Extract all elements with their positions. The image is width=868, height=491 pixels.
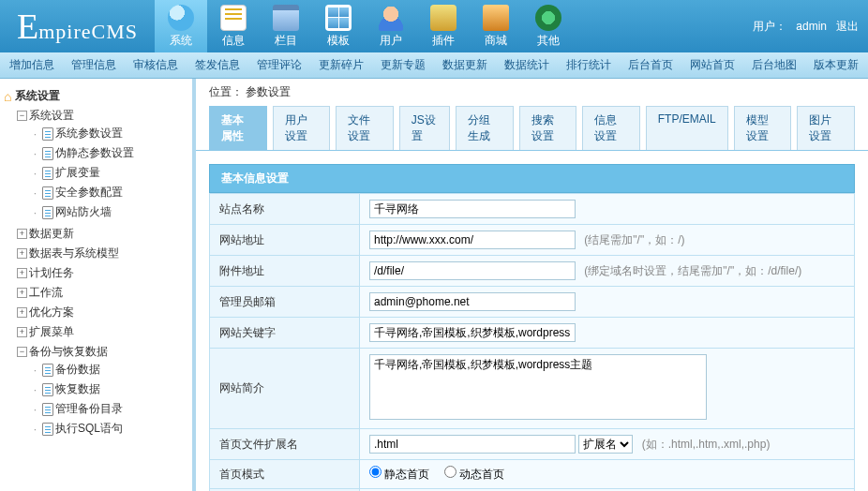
expand-icon[interactable]: + xyxy=(17,288,27,298)
input-file-url[interactable] xyxy=(369,261,576,280)
input-site-url[interactable] xyxy=(369,231,576,249)
tree-group[interactable]: −备份与恢复数据 xyxy=(17,344,188,360)
input-index-ext[interactable] xyxy=(369,435,576,454)
tab[interactable]: 基本属性 xyxy=(209,106,267,150)
toolbar-link[interactable]: 后台地图 xyxy=(752,57,797,73)
toolbar-link[interactable]: 数据统计 xyxy=(504,57,549,73)
hint-site-url: (结尾需加"/"，如：/) xyxy=(584,233,684,246)
tree-group-label: 系统设置 xyxy=(29,108,74,124)
toolbar-link[interactable]: 更新专题 xyxy=(381,57,426,73)
tree-leaf[interactable]: ·备份数据 xyxy=(30,362,188,378)
home-icon: ⌂ xyxy=(4,89,11,104)
tree-group[interactable]: +计划任务 xyxy=(17,265,188,281)
tree-connector-icon: · xyxy=(30,167,40,180)
toolbar-link[interactable]: 后台首页 xyxy=(628,57,673,73)
file-icon xyxy=(42,147,53,160)
select-ext[interactable]: 扩展名 xyxy=(578,435,633,454)
nav-label: 插件 xyxy=(432,33,455,49)
toolbar-link[interactable]: 增加信息 xyxy=(9,57,54,73)
tree-group-label: 工作流 xyxy=(29,285,63,301)
tab[interactable]: FTP/EMAIL xyxy=(646,106,728,150)
nav-label: 栏目 xyxy=(275,33,297,49)
input-admin-email[interactable] xyxy=(369,292,576,311)
tree-leaf[interactable]: ·恢复数据 xyxy=(30,381,188,397)
expand-icon[interactable]: + xyxy=(17,268,27,278)
file-icon xyxy=(42,186,53,200)
expand-icon[interactable]: + xyxy=(17,327,27,337)
breadcrumb: 位置： 参数设置 xyxy=(196,79,868,106)
tree-group[interactable]: −系统设置 xyxy=(17,108,188,124)
secondary-toolbar: 增加信息管理信息审核信息签发信息管理评论更新碎片更新专题数据更新数据统计排行统计… xyxy=(0,52,868,79)
tree-leaf[interactable]: ·网站防火墙 xyxy=(30,204,188,220)
tree-group-label: 备份与恢复数据 xyxy=(29,344,108,360)
radio-static[interactable]: 静态首页 xyxy=(369,468,429,481)
tree-group[interactable]: +数据更新 xyxy=(17,226,188,242)
tree-group[interactable]: +工作流 xyxy=(17,285,188,301)
nav-label: 系统 xyxy=(170,33,192,49)
tree-group-label: 数据更新 xyxy=(29,226,74,242)
tree-leaf[interactable]: ·安全参数配置 xyxy=(30,185,188,201)
tab[interactable]: 信息设置 xyxy=(582,106,640,150)
tree-leaf-label: 伪静态参数设置 xyxy=(55,145,134,161)
toolbar-link[interactable]: 审核信息 xyxy=(133,57,178,73)
tab[interactable]: 模型设置 xyxy=(734,106,792,150)
expand-icon[interactable]: + xyxy=(17,248,27,259)
nav-folder[interactable]: 栏目 xyxy=(260,0,312,52)
textarea-intro[interactable] xyxy=(369,354,707,420)
nav-user[interactable]: 用户 xyxy=(365,0,417,52)
toolbar-link[interactable]: 网站首页 xyxy=(690,57,735,73)
toolbar-link[interactable]: 版本更新 xyxy=(814,57,859,73)
nav-doc[interactable]: 信息 xyxy=(207,0,260,52)
expand-icon[interactable]: + xyxy=(17,229,27,239)
breadcrumb-prefix: 位置： xyxy=(209,85,243,98)
tree-group[interactable]: +数据表与系统模型 xyxy=(17,246,188,261)
file-icon xyxy=(42,423,53,436)
nav-other[interactable]: 其他 xyxy=(522,0,575,52)
collapse-icon[interactable]: − xyxy=(17,111,27,121)
logout-link[interactable]: 退出 xyxy=(836,19,859,35)
radio-dynamic[interactable]: 动态首页 xyxy=(444,468,504,481)
tree-leaf-label: 管理备份目录 xyxy=(55,401,123,417)
nav-plugin[interactable]: 插件 xyxy=(417,0,470,52)
tree-connector-icon: · xyxy=(30,127,40,141)
user-name: admin xyxy=(796,20,827,33)
tab[interactable]: 用户设置 xyxy=(273,106,331,150)
doc-icon xyxy=(220,5,247,31)
tree-leaf[interactable]: ·扩展变量 xyxy=(30,165,188,181)
file-icon xyxy=(42,167,53,180)
tree-group[interactable]: +优化方案 xyxy=(17,305,188,320)
nav-globe[interactable]: 系统 xyxy=(155,0,207,52)
tree-group[interactable]: +扩展菜单 xyxy=(17,324,188,340)
expand-icon[interactable]: + xyxy=(17,307,27,318)
tree-leaf[interactable]: ·伪静态参数设置 xyxy=(30,145,188,161)
nav-grid[interactable]: 模板 xyxy=(312,0,365,52)
toolbar-link[interactable]: 数据更新 xyxy=(442,57,487,73)
toolbar-link[interactable]: 管理信息 xyxy=(71,57,116,73)
collapse-icon[interactable]: − xyxy=(17,347,27,357)
input-site-name[interactable] xyxy=(369,200,576,218)
tab[interactable]: JS设置 xyxy=(399,106,450,150)
nav-shop[interactable]: 商城 xyxy=(470,0,522,52)
toolbar-link[interactable]: 排行统计 xyxy=(566,57,611,73)
tree-leaf[interactable]: ·系统参数设置 xyxy=(30,126,188,141)
input-keywords[interactable] xyxy=(369,323,576,342)
tree-connector-icon: · xyxy=(30,206,40,219)
tab[interactable]: 分组生成 xyxy=(456,106,514,150)
tree-root[interactable]: ⌂ 系统设置 xyxy=(4,86,188,106)
label-intro: 网站简介 xyxy=(210,349,360,429)
plugin-icon xyxy=(430,5,456,31)
tab[interactable]: 文件设置 xyxy=(336,106,394,150)
tree-group-label: 数据表与系统模型 xyxy=(29,246,119,261)
nav-label: 商城 xyxy=(485,33,507,49)
toolbar-link[interactable]: 签发信息 xyxy=(195,57,240,73)
tab[interactable]: 搜索设置 xyxy=(519,106,577,150)
tree-leaf[interactable]: ·执行SQL语句 xyxy=(30,421,188,437)
user-label: 用户： xyxy=(753,19,786,35)
toolbar-link[interactable]: 管理评论 xyxy=(257,57,302,73)
tree-connector-icon: · xyxy=(30,147,40,160)
tree-leaf[interactable]: ·管理备份目录 xyxy=(30,401,188,417)
tree-connector-icon: · xyxy=(30,403,40,416)
nav-tree: ⌂ 系统设置 −系统设置·系统参数设置·伪静态参数设置·扩展变量·安全参数配置·… xyxy=(4,84,188,442)
tab[interactable]: 图片设置 xyxy=(797,106,855,150)
toolbar-link[interactable]: 更新碎片 xyxy=(319,57,364,73)
